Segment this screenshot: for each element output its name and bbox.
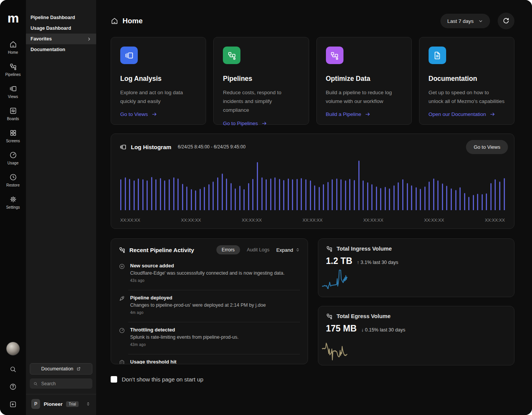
histogram-bar bbox=[213, 182, 214, 210]
go-to-views-button[interactable]: Go to Views bbox=[466, 140, 508, 154]
tab-audit-logs[interactable]: Audit Logs bbox=[247, 247, 269, 253]
histogram-bar bbox=[354, 180, 355, 210]
activity-item[interactable]: Usage threshold hit bbox=[111, 354, 308, 364]
rail-item-settings[interactable]: Settings bbox=[1, 195, 25, 209]
menu-item-label: Favorites bbox=[31, 36, 52, 42]
sidebar-item-usage-dashboard[interactable]: Usage Dashboard bbox=[26, 23, 96, 34]
rail-bottom bbox=[6, 342, 20, 415]
arrow-right-icon bbox=[261, 121, 267, 126]
histogram-bar bbox=[429, 182, 430, 210]
sidebar-search-input[interactable] bbox=[40, 381, 89, 387]
rail-item-restore[interactable]: Restore bbox=[1, 173, 25, 187]
histogram-bar bbox=[125, 177, 126, 210]
histogram-bar bbox=[134, 180, 135, 210]
sidebar-item-favorites[interactable]: Favorites bbox=[26, 34, 96, 44]
total-ingress-volume-card: Total Ingress Volume 1.2 TB ↑ 3.1% last … bbox=[318, 238, 514, 297]
histogram-bar bbox=[323, 184, 324, 210]
card-title: Pipelines bbox=[223, 75, 299, 83]
histogram-bar bbox=[305, 179, 306, 210]
activity-item-title: Pipeline deployed bbox=[130, 295, 300, 301]
search-button[interactable] bbox=[9, 365, 17, 373]
refresh-button[interactable] bbox=[498, 13, 514, 29]
activity-item[interactable]: Pipeline deployed Changes to pipeline-pr… bbox=[111, 290, 308, 320]
histogram-bar bbox=[231, 183, 232, 211]
histogram-bar bbox=[195, 190, 196, 210]
histogram-bar bbox=[208, 184, 210, 210]
histogram-bar bbox=[226, 179, 227, 210]
go-to-pipelines-link[interactable]: Go to Pipelines bbox=[223, 121, 299, 126]
dont-show-checkbox[interactable] bbox=[111, 376, 117, 383]
histogram-bar bbox=[332, 179, 333, 210]
histogram-bar bbox=[345, 180, 346, 210]
rail-item-screens[interactable]: Screens bbox=[1, 129, 25, 143]
expand-control[interactable]: Expand bbox=[276, 247, 300, 253]
log-histogram-title: Log Histogram bbox=[131, 144, 171, 150]
activity-item-time: 4m ago bbox=[130, 310, 300, 315]
documentation-button[interactable]: Documentation bbox=[30, 363, 92, 375]
histogram-bar bbox=[464, 193, 465, 211]
plus-circle-icon bbox=[119, 263, 125, 270]
org-switcher[interactable]: P Pioneer Trial bbox=[30, 399, 92, 411]
sidebar-item-documentation[interactable]: Documentation bbox=[26, 44, 96, 55]
x-axis-label: XX:XX:XX bbox=[181, 218, 201, 222]
histogram-bar bbox=[459, 187, 461, 210]
card-documentation: Documentation Get up to speed on how to … bbox=[419, 37, 514, 125]
card-description: Explore and act on log data quickly and … bbox=[120, 88, 197, 106]
x-axis-label: XX:XX:XX bbox=[485, 218, 505, 222]
sidebar-search[interactable] bbox=[30, 378, 92, 389]
tab-errors[interactable]: Errors bbox=[216, 245, 240, 254]
histogram-bar bbox=[376, 187, 377, 210]
rail-item-pipelines[interactable]: Pipelines bbox=[1, 63, 25, 77]
rail-item-views[interactable]: Views bbox=[1, 85, 25, 99]
histogram-bar bbox=[389, 188, 390, 210]
trial-badge: Trial bbox=[66, 401, 79, 407]
collapse-sidebar-button[interactable] bbox=[9, 401, 17, 408]
help-button[interactable] bbox=[9, 383, 17, 391]
page-title: Home bbox=[123, 17, 143, 25]
activity-item-time: 43m ago bbox=[130, 343, 300, 347]
sidebar-item-pipeline-dashboard[interactable]: Pipeline Dashboard bbox=[26, 12, 96, 23]
card-optimize-data: Optimize Data Build a pipeline to reduce… bbox=[316, 37, 412, 125]
icon-rail: m Home Pipelines Views Boards Screens bbox=[0, 0, 26, 415]
time-range-dropdown[interactable]: Last 7 days bbox=[440, 14, 490, 28]
histogram-bars bbox=[120, 161, 505, 210]
histogram-bar bbox=[200, 189, 201, 210]
histogram-bar bbox=[349, 179, 350, 210]
card-link-label: Go to Pipelines bbox=[223, 121, 258, 126]
build-a-pipeline-link[interactable]: Build a Pipeline bbox=[326, 111, 402, 117]
histogram-bar bbox=[142, 179, 143, 210]
user-avatar[interactable] bbox=[6, 342, 20, 355]
refresh-icon bbox=[502, 17, 510, 25]
egress-sparkline bbox=[322, 337, 347, 362]
egress-value: 175 MB bbox=[326, 323, 357, 334]
card-description: Get up to speed on how to unlock all of … bbox=[429, 88, 505, 106]
chevron-right-icon bbox=[87, 37, 92, 42]
histogram-bar bbox=[367, 182, 368, 210]
histogram-bar bbox=[164, 180, 165, 210]
histogram-bar bbox=[191, 189, 192, 210]
x-axis-label: XX:XX:XX bbox=[120, 218, 140, 222]
go-to-views-link[interactable]: Go to Views bbox=[120, 111, 197, 117]
histogram-bar bbox=[186, 187, 187, 210]
card-title: Log Analysis bbox=[120, 75, 197, 83]
histogram-bar bbox=[217, 177, 218, 210]
histogram-bar bbox=[446, 186, 447, 210]
menu-item-label: Usage Dashboard bbox=[31, 26, 71, 31]
rail-item-usage[interactable]: Usage bbox=[1, 151, 25, 165]
activity-title: Recent Pipeline Activity bbox=[129, 247, 194, 253]
activity-item[interactable]: Throttling detected Splunk is rate-limit… bbox=[111, 322, 308, 352]
activity-item-description: Cloudflare-Edge' was successsfully conne… bbox=[130, 270, 300, 276]
rail-item-boards[interactable]: Boards bbox=[1, 107, 25, 121]
activity-item[interactable]: New source added Cloudflare-Edge' was su… bbox=[111, 258, 308, 288]
rail-item-home[interactable]: Home bbox=[1, 40, 25, 55]
rail-item-label: Views bbox=[8, 95, 18, 99]
x-axis-label: XX:XX:XX bbox=[303, 218, 322, 222]
histogram-bar bbox=[173, 177, 174, 210]
pipelines-icon bbox=[227, 51, 237, 60]
card-description: Reduce costs, respond to incidents and s… bbox=[223, 88, 299, 115]
open-our-documentation-link[interactable]: Open our Documentation bbox=[429, 111, 505, 117]
histogram-bar bbox=[283, 180, 284, 210]
histogram-bar bbox=[363, 180, 364, 210]
histogram-bar bbox=[358, 161, 360, 210]
ingress-header: Total Ingress Volume bbox=[318, 239, 514, 252]
